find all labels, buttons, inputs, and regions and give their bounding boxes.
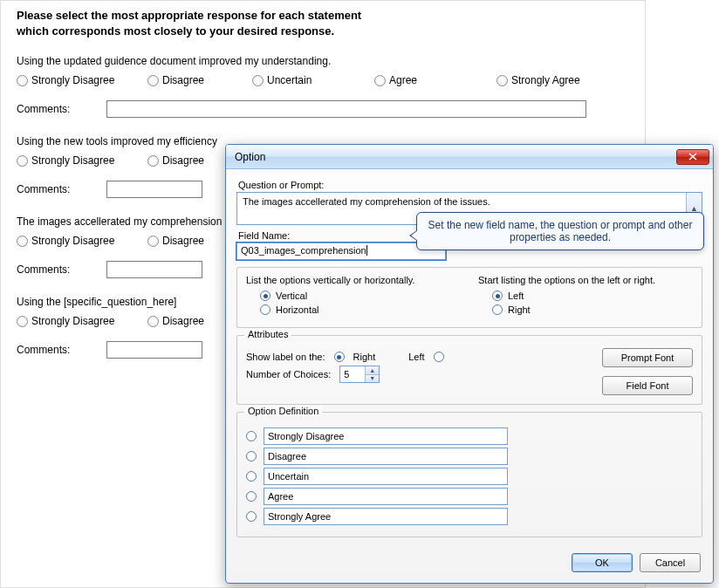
cancel-button[interactable]: Cancel	[640, 553, 701, 572]
q3-opt0-label: Strongly Disagree	[31, 235, 114, 247]
q2-opt1-label: Disagree	[162, 154, 204, 167]
q4-opt0-label: Strongly Disagree	[31, 315, 114, 327]
q4-comments-input[interactable]	[106, 341, 202, 359]
optdef-input-4[interactable]	[264, 508, 508, 525]
optdef-radio-0[interactable]	[246, 431, 257, 441]
q1-comments-label: Comments:	[17, 103, 99, 115]
q2-comments-input[interactable]	[106, 181, 202, 198]
num-choices-label: Number of Choices:	[246, 369, 331, 379]
q4-opt1-label: Disagree	[162, 315, 204, 327]
optdef-radio-4[interactable]	[246, 511, 257, 522]
field-name-input[interactable]: Q03_images_comprehension	[236, 243, 446, 260]
show-label-label: Show label on the:	[246, 352, 325, 362]
q1-comments-input[interactable]	[106, 100, 586, 118]
q1-opt1-label: Disagree	[162, 74, 204, 86]
right-label: Right	[508, 304, 531, 315]
horizontal-radio[interactable]	[260, 304, 270, 315]
q3-comments-input[interactable]	[106, 261, 202, 278]
q1-opt2-label: Uncertain	[267, 74, 312, 86]
ok-button[interactable]: OK	[572, 553, 633, 572]
q1-prompt: Using the updated guidence document impr…	[17, 55, 634, 67]
form-header-line1: Please select the most appropriate respo…	[17, 9, 361, 22]
optdef-input-3[interactable]	[264, 488, 508, 505]
q1-opt1-radio[interactable]	[147, 75, 159, 86]
instruction-callout: Set the new field name, the question or …	[416, 212, 704, 250]
q1-opt0-radio[interactable]	[17, 75, 28, 86]
show-label-right-radio[interactable]	[334, 352, 345, 362]
optdef-radio-1[interactable]	[246, 451, 257, 462]
q1-opt3-label: Agree	[389, 74, 417, 86]
q2-opt0-radio[interactable]	[17, 155, 28, 167]
vertical-radio[interactable]	[260, 291, 270, 301]
question-prompt-label: Question or Prompt:	[238, 180, 702, 190]
q3-opt1-label: Disagree	[162, 235, 204, 247]
q3-comments-label: Comments:	[17, 263, 99, 276]
q2-opt1-radio[interactable]	[147, 155, 159, 167]
q4-comments-label: Comments:	[17, 344, 99, 356]
vertical-label: Vertical	[276, 291, 307, 301]
attributes-group-title: Attributes	[244, 329, 291, 339]
optdef-input-2[interactable]	[264, 468, 508, 485]
q2-comments-label: Comments:	[17, 183, 99, 195]
spin-down-icon[interactable]: ▼	[365, 375, 379, 383]
optdef-radio-2[interactable]	[246, 471, 257, 482]
optdef-input-0[interactable]	[264, 427, 508, 445]
q1-opt0-label: Strongly Disagree	[31, 74, 114, 86]
left-label: Left	[508, 291, 524, 301]
dialog-title: Option	[235, 151, 265, 163]
prompt-font-button[interactable]: Prompt Font	[602, 348, 693, 367]
q1-opt4-radio[interactable]	[496, 75, 508, 86]
spin-up-icon[interactable]: ▲	[365, 366, 379, 375]
q1-opt3-radio[interactable]	[374, 75, 386, 86]
q2-opt0-label: Strongly Disagree	[31, 154, 114, 167]
num-choices-input[interactable]: 5 ▲ ▼	[339, 366, 380, 383]
q3-opt1-radio[interactable]	[147, 236, 159, 247]
q4-opt0-radio[interactable]	[17, 316, 28, 327]
option-dialog: Option Question or Prompt: The images ac…	[225, 144, 714, 584]
optdef-input-1[interactable]	[264, 448, 508, 465]
option-definition-group-title: Option Definition	[244, 406, 322, 416]
left-radio[interactable]	[492, 291, 503, 301]
q1-opt2-radio[interactable]	[252, 75, 264, 86]
close-icon	[688, 153, 697, 161]
horizontal-label: Horizontal	[276, 304, 319, 315]
form-header-line2: which corresponds most closely to your d…	[17, 24, 334, 38]
right-radio[interactable]	[492, 304, 503, 315]
show-label-left-radio[interactable]	[434, 352, 444, 362]
optdef-radio-3[interactable]	[246, 491, 257, 502]
q4-opt1-radio[interactable]	[147, 316, 159, 327]
list-side-label: Start listing the options on the left or…	[478, 275, 693, 285]
q3-opt0-radio[interactable]	[17, 236, 28, 247]
field-font-button[interactable]: Field Font	[602, 376, 693, 395]
close-button[interactable]	[676, 149, 709, 165]
q1-opt4-label: Strongly Agree	[511, 74, 580, 86]
show-label-right-text: Right	[353, 352, 376, 362]
list-orientation-label: List the options vertically or horizonta…	[246, 275, 461, 285]
show-label-left-text: Left	[408, 352, 424, 362]
